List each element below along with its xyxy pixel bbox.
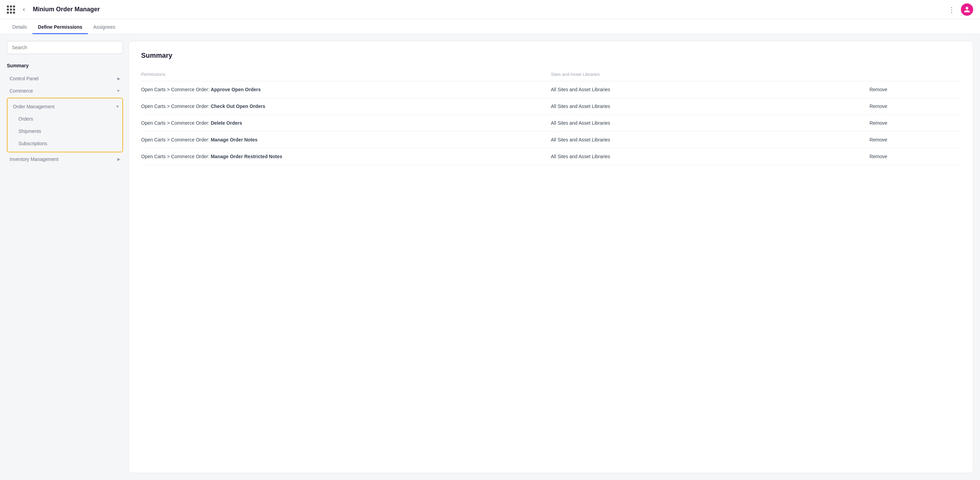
order-management-group: Order Management ▼ Orders Shipments Subs… — [7, 98, 123, 153]
remove-cell[interactable]: Remove — [870, 148, 961, 165]
permission-cell: Open Carts > Commerce Order: Delete Orde… — [141, 115, 551, 132]
permission-cell: Open Carts > Commerce Order: Manage Orde… — [141, 148, 551, 165]
avatar[interactable] — [961, 3, 973, 16]
table-row: Open Carts > Commerce Order: Check Out O… — [141, 98, 961, 115]
table-row: Open Carts > Commerce Order: Manage Orde… — [141, 148, 961, 165]
app-title: Minium Order Manager — [33, 6, 100, 13]
chevron-down-icon: ▼ — [116, 89, 120, 93]
sidebar-label-subscriptions: Subscriptions — [19, 141, 47, 146]
back-button[interactable]: ‹ — [19, 5, 29, 14]
sidebar-label-orders: Orders — [19, 116, 33, 122]
col-permissions: Permissions — [141, 69, 551, 81]
sidebar: Summary Control Panel ▶ Commerce ▼ Order… — [7, 41, 123, 473]
header-right: ⋮ — [948, 3, 973, 16]
main-layout: Summary Control Panel ▶ Commerce ▼ Order… — [0, 34, 980, 480]
chevron-down-icon-order: ▼ — [116, 104, 119, 109]
tabs-bar: Details Define Permissions Assignees — [0, 19, 980, 34]
sidebar-label-inventory-management: Inventory Management — [10, 156, 59, 162]
content-panel: Summary Permissions Sites and Asset Libr… — [129, 41, 973, 473]
search-input[interactable] — [7, 41, 123, 54]
sites-cell: All Sites and Asset Libraries — [551, 115, 870, 132]
header-left: ‹ Minium Order Manager — [7, 5, 948, 14]
sidebar-item-inventory-management[interactable]: Inventory Management ▶ — [7, 153, 123, 165]
permission-cell: Open Carts > Commerce Order: Check Out O… — [141, 98, 551, 115]
panel-title: Summary — [141, 52, 961, 59]
table-row: Open Carts > Commerce Order: Approve Ope… — [141, 81, 961, 98]
col-action — [870, 69, 961, 81]
sidebar-item-order-management[interactable]: Order Management ▼ — [8, 100, 123, 113]
sidebar-item-subscriptions[interactable]: Subscriptions — [8, 137, 123, 149]
more-options-button[interactable]: ⋮ — [948, 6, 955, 13]
chevron-right-icon: ▶ — [117, 76, 120, 81]
grid-icon[interactable] — [7, 5, 15, 14]
remove-cell[interactable]: Remove — [870, 115, 961, 132]
table-row: Open Carts > Commerce Order: Manage Orde… — [141, 132, 961, 148]
sidebar-item-orders[interactable]: Orders — [8, 113, 123, 125]
remove-cell[interactable]: Remove — [870, 81, 961, 98]
tab-assignees[interactable]: Assignees — [88, 21, 121, 34]
sidebar-label-shipments: Shipments — [19, 129, 41, 134]
table-row: Open Carts > Commerce Order: Delete Orde… — [141, 115, 961, 132]
sites-cell: All Sites and Asset Libraries — [551, 148, 870, 165]
remove-cell[interactable]: Remove — [870, 132, 961, 148]
permissions-table: Permissions Sites and Asset Libraries Op… — [141, 69, 961, 165]
permission-cell: Open Carts > Commerce Order: Manage Orde… — [141, 132, 551, 148]
tab-define-permissions[interactable]: Define Permissions — [32, 21, 88, 34]
permission-cell: Open Carts > Commerce Order: Approve Ope… — [141, 81, 551, 98]
sites-cell: All Sites and Asset Libraries — [551, 132, 870, 148]
tab-details[interactable]: Details — [7, 21, 32, 34]
sidebar-item-commerce[interactable]: Commerce ▼ — [7, 85, 123, 97]
remove-cell[interactable]: Remove — [870, 98, 961, 115]
sites-cell: All Sites and Asset Libraries — [551, 98, 870, 115]
sidebar-label-commerce: Commerce — [10, 88, 33, 94]
col-sites: Sites and Asset Libraries — [551, 69, 870, 81]
sites-cell: All Sites and Asset Libraries — [551, 81, 870, 98]
sidebar-label-control-panel: Control Panel — [10, 76, 39, 81]
sidebar-label-order-management: Order Management — [13, 104, 54, 109]
app-header: ‹ Minium Order Manager ⋮ — [0, 0, 980, 19]
sidebar-summary-label: Summary — [7, 61, 123, 72]
sidebar-item-shipments[interactable]: Shipments — [8, 125, 123, 137]
chevron-right-icon-inv: ▶ — [117, 157, 120, 162]
sidebar-item-control-panel[interactable]: Control Panel ▶ — [7, 72, 123, 85]
